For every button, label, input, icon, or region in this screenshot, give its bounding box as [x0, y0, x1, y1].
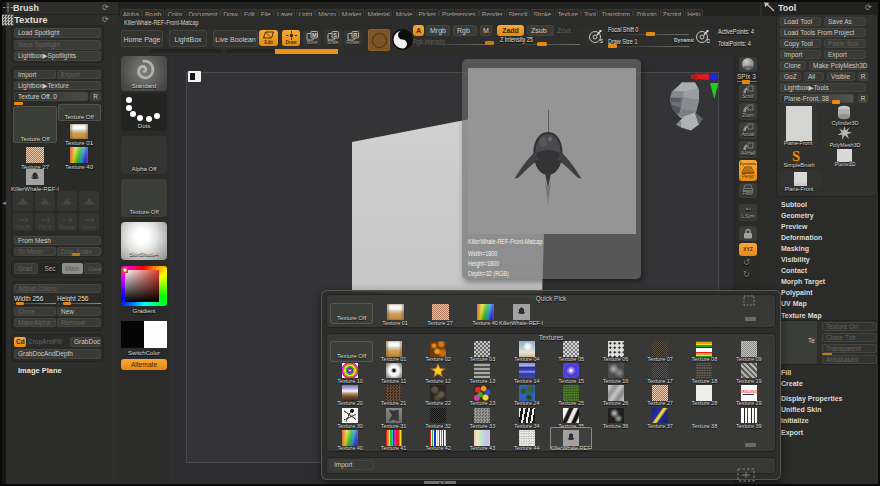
svg-text:D: D — [707, 38, 711, 44]
svg-text:S: S — [600, 38, 604, 44]
svg-text:R: R — [353, 31, 357, 37]
svg-text:S: S — [333, 31, 337, 37]
svg-text:M: M — [312, 31, 317, 37]
